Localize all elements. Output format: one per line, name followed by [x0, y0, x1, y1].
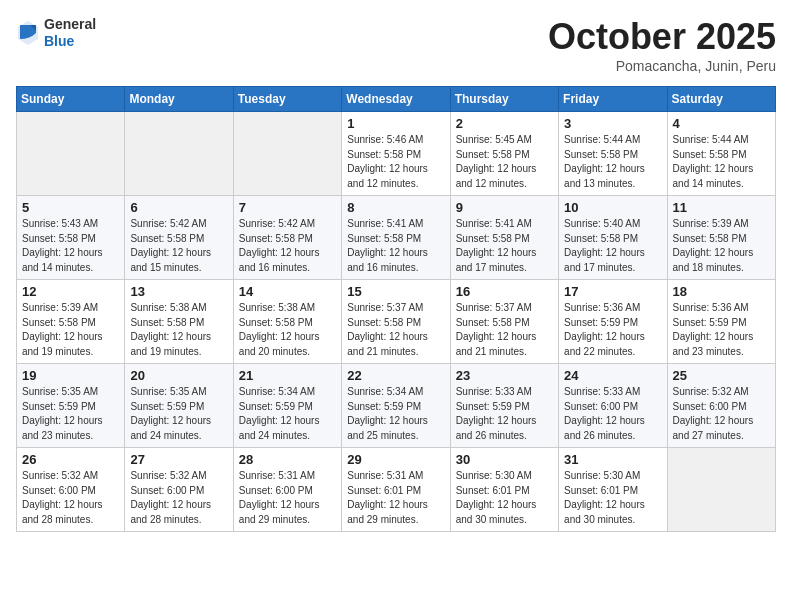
day-number: 11: [673, 200, 770, 215]
day-info: Sunrise: 5:34 AM Sunset: 5:59 PM Dayligh…: [239, 385, 336, 443]
calendar-cell: [125, 112, 233, 196]
location-subtitle: Pomacancha, Junin, Peru: [548, 58, 776, 74]
weekday-header: Monday: [125, 87, 233, 112]
day-number: 2: [456, 116, 553, 131]
day-info: Sunrise: 5:32 AM Sunset: 6:00 PM Dayligh…: [22, 469, 119, 527]
day-number: 1: [347, 116, 444, 131]
day-number: 23: [456, 368, 553, 383]
weekday-header: Sunday: [17, 87, 125, 112]
page-header: General Blue October 2025 Pomacancha, Ju…: [16, 16, 776, 74]
day-number: 3: [564, 116, 661, 131]
calendar-cell: 28Sunrise: 5:31 AM Sunset: 6:00 PM Dayli…: [233, 448, 341, 532]
day-number: 15: [347, 284, 444, 299]
day-info: Sunrise: 5:42 AM Sunset: 5:58 PM Dayligh…: [130, 217, 227, 275]
day-number: 8: [347, 200, 444, 215]
calendar-cell: 2Sunrise: 5:45 AM Sunset: 5:58 PM Daylig…: [450, 112, 558, 196]
calendar-cell: 18Sunrise: 5:36 AM Sunset: 5:59 PM Dayli…: [667, 280, 775, 364]
day-number: 16: [456, 284, 553, 299]
day-number: 7: [239, 200, 336, 215]
day-number: 21: [239, 368, 336, 383]
day-info: Sunrise: 5:31 AM Sunset: 6:01 PM Dayligh…: [347, 469, 444, 527]
logo-text: General Blue: [44, 16, 96, 50]
title-block: October 2025 Pomacancha, Junin, Peru: [548, 16, 776, 74]
day-number: 6: [130, 200, 227, 215]
calendar-cell: 13Sunrise: 5:38 AM Sunset: 5:58 PM Dayli…: [125, 280, 233, 364]
day-info: Sunrise: 5:39 AM Sunset: 5:58 PM Dayligh…: [22, 301, 119, 359]
day-info: Sunrise: 5:44 AM Sunset: 5:58 PM Dayligh…: [564, 133, 661, 191]
calendar-cell: 4Sunrise: 5:44 AM Sunset: 5:58 PM Daylig…: [667, 112, 775, 196]
calendar-week-row: 1Sunrise: 5:46 AM Sunset: 5:58 PM Daylig…: [17, 112, 776, 196]
calendar-cell: 17Sunrise: 5:36 AM Sunset: 5:59 PM Dayli…: [559, 280, 667, 364]
calendar-cell: 29Sunrise: 5:31 AM Sunset: 6:01 PM Dayli…: [342, 448, 450, 532]
day-number: 4: [673, 116, 770, 131]
weekday-header: Saturday: [667, 87, 775, 112]
day-number: 20: [130, 368, 227, 383]
day-number: 9: [456, 200, 553, 215]
day-info: Sunrise: 5:43 AM Sunset: 5:58 PM Dayligh…: [22, 217, 119, 275]
day-info: Sunrise: 5:37 AM Sunset: 5:58 PM Dayligh…: [347, 301, 444, 359]
day-info: Sunrise: 5:33 AM Sunset: 6:00 PM Dayligh…: [564, 385, 661, 443]
calendar-cell: 25Sunrise: 5:32 AM Sunset: 6:00 PM Dayli…: [667, 364, 775, 448]
day-info: Sunrise: 5:41 AM Sunset: 5:58 PM Dayligh…: [456, 217, 553, 275]
calendar-cell: 6Sunrise: 5:42 AM Sunset: 5:58 PM Daylig…: [125, 196, 233, 280]
calendar-cell: 21Sunrise: 5:34 AM Sunset: 5:59 PM Dayli…: [233, 364, 341, 448]
day-number: 28: [239, 452, 336, 467]
day-info: Sunrise: 5:40 AM Sunset: 5:58 PM Dayligh…: [564, 217, 661, 275]
day-info: Sunrise: 5:35 AM Sunset: 5:59 PM Dayligh…: [130, 385, 227, 443]
calendar-cell: [17, 112, 125, 196]
logo-general: General: [44, 16, 96, 33]
day-number: 19: [22, 368, 119, 383]
day-info: Sunrise: 5:39 AM Sunset: 5:58 PM Dayligh…: [673, 217, 770, 275]
day-info: Sunrise: 5:41 AM Sunset: 5:58 PM Dayligh…: [347, 217, 444, 275]
month-title: October 2025: [548, 16, 776, 58]
logo-blue: Blue: [44, 33, 96, 50]
day-info: Sunrise: 5:44 AM Sunset: 5:58 PM Dayligh…: [673, 133, 770, 191]
calendar-cell: 5Sunrise: 5:43 AM Sunset: 5:58 PM Daylig…: [17, 196, 125, 280]
calendar-cell: 8Sunrise: 5:41 AM Sunset: 5:58 PM Daylig…: [342, 196, 450, 280]
calendar-cell: 27Sunrise: 5:32 AM Sunset: 6:00 PM Dayli…: [125, 448, 233, 532]
day-number: 17: [564, 284, 661, 299]
calendar-cell: 31Sunrise: 5:30 AM Sunset: 6:01 PM Dayli…: [559, 448, 667, 532]
day-info: Sunrise: 5:32 AM Sunset: 6:00 PM Dayligh…: [673, 385, 770, 443]
calendar-cell: 14Sunrise: 5:38 AM Sunset: 5:58 PM Dayli…: [233, 280, 341, 364]
calendar-cell: 22Sunrise: 5:34 AM Sunset: 5:59 PM Dayli…: [342, 364, 450, 448]
day-info: Sunrise: 5:37 AM Sunset: 5:58 PM Dayligh…: [456, 301, 553, 359]
day-info: Sunrise: 5:38 AM Sunset: 5:58 PM Dayligh…: [239, 301, 336, 359]
day-number: 30: [456, 452, 553, 467]
calendar-cell: 26Sunrise: 5:32 AM Sunset: 6:00 PM Dayli…: [17, 448, 125, 532]
day-info: Sunrise: 5:31 AM Sunset: 6:00 PM Dayligh…: [239, 469, 336, 527]
day-info: Sunrise: 5:36 AM Sunset: 5:59 PM Dayligh…: [564, 301, 661, 359]
calendar-week-row: 5Sunrise: 5:43 AM Sunset: 5:58 PM Daylig…: [17, 196, 776, 280]
calendar-week-row: 12Sunrise: 5:39 AM Sunset: 5:58 PM Dayli…: [17, 280, 776, 364]
day-number: 14: [239, 284, 336, 299]
day-info: Sunrise: 5:46 AM Sunset: 5:58 PM Dayligh…: [347, 133, 444, 191]
day-number: 26: [22, 452, 119, 467]
logo-icon: [16, 19, 40, 47]
day-info: Sunrise: 5:42 AM Sunset: 5:58 PM Dayligh…: [239, 217, 336, 275]
day-info: Sunrise: 5:45 AM Sunset: 5:58 PM Dayligh…: [456, 133, 553, 191]
day-info: Sunrise: 5:30 AM Sunset: 6:01 PM Dayligh…: [456, 469, 553, 527]
day-number: 22: [347, 368, 444, 383]
calendar-week-row: 26Sunrise: 5:32 AM Sunset: 6:00 PM Dayli…: [17, 448, 776, 532]
calendar-week-row: 19Sunrise: 5:35 AM Sunset: 5:59 PM Dayli…: [17, 364, 776, 448]
day-info: Sunrise: 5:32 AM Sunset: 6:00 PM Dayligh…: [130, 469, 227, 527]
calendar-cell: 23Sunrise: 5:33 AM Sunset: 5:59 PM Dayli…: [450, 364, 558, 448]
calendar-cell: 20Sunrise: 5:35 AM Sunset: 5:59 PM Dayli…: [125, 364, 233, 448]
day-number: 25: [673, 368, 770, 383]
day-number: 24: [564, 368, 661, 383]
calendar-cell: 24Sunrise: 5:33 AM Sunset: 6:00 PM Dayli…: [559, 364, 667, 448]
calendar-cell: 16Sunrise: 5:37 AM Sunset: 5:58 PM Dayli…: [450, 280, 558, 364]
day-number: 18: [673, 284, 770, 299]
weekday-header: Thursday: [450, 87, 558, 112]
day-info: Sunrise: 5:30 AM Sunset: 6:01 PM Dayligh…: [564, 469, 661, 527]
day-info: Sunrise: 5:34 AM Sunset: 5:59 PM Dayligh…: [347, 385, 444, 443]
calendar-cell: 30Sunrise: 5:30 AM Sunset: 6:01 PM Dayli…: [450, 448, 558, 532]
weekday-header: Wednesday: [342, 87, 450, 112]
day-number: 31: [564, 452, 661, 467]
day-number: 13: [130, 284, 227, 299]
calendar-cell: 12Sunrise: 5:39 AM Sunset: 5:58 PM Dayli…: [17, 280, 125, 364]
calendar-cell: 10Sunrise: 5:40 AM Sunset: 5:58 PM Dayli…: [559, 196, 667, 280]
calendar-cell: 9Sunrise: 5:41 AM Sunset: 5:58 PM Daylig…: [450, 196, 558, 280]
calendar-cell: 19Sunrise: 5:35 AM Sunset: 5:59 PM Dayli…: [17, 364, 125, 448]
day-number: 10: [564, 200, 661, 215]
